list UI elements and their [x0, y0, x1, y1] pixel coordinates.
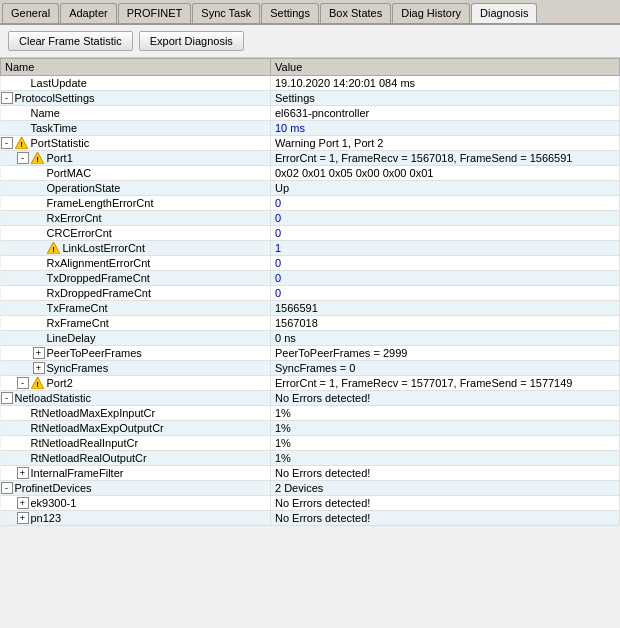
value-cell-9: 0 — [271, 211, 620, 226]
table-row: -ProfinetDevices2 Devices — [1, 481, 620, 496]
table-row: - ! PortStatisticWarning Port 1, Port 2 — [1, 136, 620, 151]
value-cell-15: 1566591 — [271, 301, 620, 316]
table-row: TaskTime10 ms — [1, 121, 620, 136]
name-cell-20: - ! Port2 — [1, 376, 271, 391]
value-cell-23: 1% — [271, 421, 620, 436]
table-row: +InternalFrameFilterNo Errors detected! — [1, 466, 620, 481]
tab-settings[interactable]: Settings — [261, 3, 319, 23]
name-cell-23: RtNetloadMaxExpOutputCr — [1, 421, 271, 436]
toolbar: Clear Frame Statistic Export Diagnosis — [0, 25, 620, 58]
name-cell-28: +ek9300-1 — [1, 496, 271, 511]
expand-btn-19[interactable]: + — [33, 362, 45, 374]
table-row: RtNetloadMaxExpInputCr1% — [1, 406, 620, 421]
table-row: RtNetloadRealOutputCr1% — [1, 451, 620, 466]
value-cell-28: No Errors detected! — [271, 496, 620, 511]
value-cell-1: Settings — [271, 91, 620, 106]
value-cell-7: Up — [271, 181, 620, 196]
table-row: +pn123No Errors detected! — [1, 511, 620, 526]
clear-frame-statistic-button[interactable]: Clear Frame Statistic — [8, 31, 133, 51]
expand-btn-20[interactable]: - — [17, 377, 29, 389]
expand-btn-18[interactable]: + — [33, 347, 45, 359]
value-cell-14: 0 — [271, 286, 620, 301]
row-name-1: ProtocolSettings — [15, 92, 95, 104]
name-cell-6: PortMAC — [1, 166, 271, 181]
value-cell-22: 1% — [271, 406, 620, 421]
tab-sync-task[interactable]: Sync Task — [192, 3, 260, 23]
table-row: RxErrorCnt0 — [1, 211, 620, 226]
row-name-17: LineDelay — [47, 332, 96, 344]
value-cell-12: 0 — [271, 256, 620, 271]
warning-icon-4: ! — [15, 137, 29, 149]
value-cell-8: 0 — [271, 196, 620, 211]
warning-icon-20: ! — [31, 377, 45, 389]
tab-diag-history[interactable]: Diag History — [392, 3, 470, 23]
name-cell-25: RtNetloadRealOutputCr — [1, 451, 271, 466]
name-cell-26: +InternalFrameFilter — [1, 466, 271, 481]
name-cell-8: FrameLengthErrorCnt — [1, 196, 271, 211]
row-name-26: InternalFrameFilter — [31, 467, 124, 479]
value-cell-6: 0x02 0x01 0x05 0x00 0x00 0x01 — [271, 166, 620, 181]
name-cell-2: Name — [1, 106, 271, 121]
row-name-18: PeerToPeerFrames — [47, 347, 142, 359]
name-cell-10: CRCErrorCnt — [1, 226, 271, 241]
expand-btn-29[interactable]: + — [17, 512, 29, 524]
name-cell-14: RxDroppedFrameCnt — [1, 286, 271, 301]
row-name-7: OperationState — [47, 182, 121, 194]
row-name-0: LastUpdate — [31, 77, 87, 89]
value-cell-10: 0 — [271, 226, 620, 241]
table-row: CRCErrorCnt0 — [1, 226, 620, 241]
table-row: RxDroppedFrameCnt0 — [1, 286, 620, 301]
table-row: Nameel6631-pncontroller — [1, 106, 620, 121]
row-name-27: ProfinetDevices — [15, 482, 92, 494]
table-row: OperationStateUp — [1, 181, 620, 196]
tab-adapter[interactable]: Adapter — [60, 3, 117, 23]
svg-text:!: ! — [52, 245, 55, 254]
row-name-29: pn123 — [31, 512, 62, 524]
export-diagnosis-button[interactable]: Export Diagnosis — [139, 31, 244, 51]
row-name-3: TaskTime — [31, 122, 78, 134]
expand-btn-5[interactable]: - — [17, 152, 29, 164]
expand-btn-21[interactable]: - — [1, 392, 13, 404]
tab-box-states[interactable]: Box States — [320, 3, 391, 23]
svg-text:!: ! — [36, 380, 39, 389]
expand-btn-27[interactable]: - — [1, 482, 13, 494]
table-header-row: Name Value — [1, 59, 620, 76]
tab-general[interactable]: General — [2, 3, 59, 23]
row-name-9: RxErrorCnt — [47, 212, 102, 224]
name-cell-16: RxFrameCnt — [1, 316, 271, 331]
table-row: - ! Port2ErrorCnt = 1, FrameRecv = 15770… — [1, 376, 620, 391]
value-cell-5: ErrorCnt = 1, FrameRecv = 1567018, Frame… — [271, 151, 620, 166]
name-cell-27: -ProfinetDevices — [1, 481, 271, 496]
table-row: LineDelay0 ns — [1, 331, 620, 346]
table-row: ! LinkLostErrorCnt1 — [1, 241, 620, 256]
row-name-14: RxDroppedFrameCnt — [47, 287, 152, 299]
table-row: RxFrameCnt1567018 — [1, 316, 620, 331]
name-cell-9: RxErrorCnt — [1, 211, 271, 226]
name-cell-1: -ProtocolSettings — [1, 91, 271, 106]
expand-btn-28[interactable]: + — [17, 497, 29, 509]
row-name-21: NetloadStatistic — [15, 392, 91, 404]
value-cell-4: Warning Port 1, Port 2 — [271, 136, 620, 151]
expand-btn-26[interactable]: + — [17, 467, 29, 479]
value-cell-18: PeerToPeerFrames = 2999 — [271, 346, 620, 361]
table-row: PortMAC0x02 0x01 0x05 0x00 0x00 0x01 — [1, 166, 620, 181]
diagnosis-table: Name Value LastUpdate19.10.2020 14:20:01… — [0, 58, 620, 526]
name-cell-3: TaskTime — [1, 121, 271, 136]
tab-profinet[interactable]: PROFINET — [118, 3, 192, 23]
row-name-16: RxFrameCnt — [47, 317, 109, 329]
name-cell-12: RxAlignmentErrorCnt — [1, 256, 271, 271]
value-cell-11: 1 — [271, 241, 620, 256]
table-row: -NetloadStatisticNo Errors detected! — [1, 391, 620, 406]
value-cell-26: No Errors detected! — [271, 466, 620, 481]
expand-btn-1[interactable]: - — [1, 92, 13, 104]
tab-diagnosis[interactable]: Diagnosis — [471, 3, 537, 23]
tab-bar: GeneralAdapterPROFINETSync TaskSettingsB… — [0, 0, 620, 25]
name-cell-18: +PeerToPeerFrames — [1, 346, 271, 361]
name-cell-21: -NetloadStatistic — [1, 391, 271, 406]
expand-btn-4[interactable]: - — [1, 137, 13, 149]
row-name-20: Port2 — [47, 377, 73, 389]
row-name-6: PortMAC — [47, 167, 92, 179]
table-row: RxAlignmentErrorCnt0 — [1, 256, 620, 271]
row-name-4: PortStatistic — [31, 137, 90, 149]
name-cell-0: LastUpdate — [1, 76, 271, 91]
